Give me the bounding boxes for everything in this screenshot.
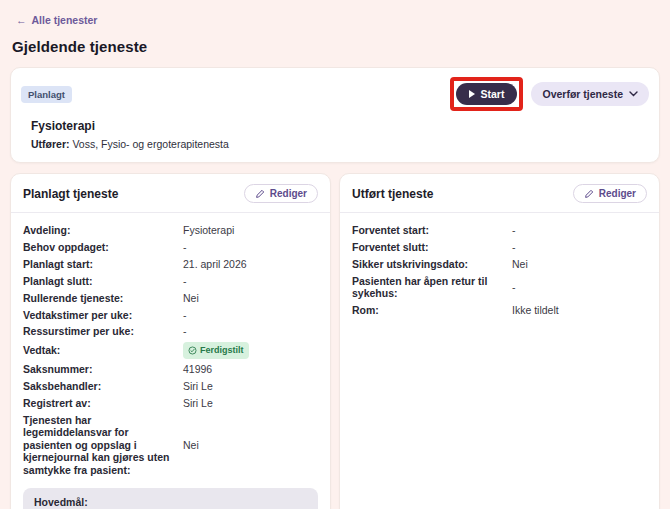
field-label: Forventet start: xyxy=(352,224,502,237)
planned-card-title: Planlagt tjeneste xyxy=(23,187,118,201)
field-value: Nei xyxy=(183,292,318,305)
field-value: Ikke tildelt xyxy=(512,304,647,317)
field-value: 41996 xyxy=(183,363,318,376)
field-value: Fysioterapi xyxy=(183,224,318,237)
goals-box: Hovedmål: Funger i hverdagen Foreslåtte … xyxy=(23,488,318,509)
field-label: Planlagt start: xyxy=(23,258,173,271)
field-value: Nei xyxy=(512,258,647,271)
edit-planned-label: Rediger xyxy=(270,188,307,199)
field-value: Nei xyxy=(183,439,318,452)
vedtak-status-label: Ferdigstilt xyxy=(200,344,244,357)
field-value: - xyxy=(512,224,647,237)
arrow-left-icon: ← xyxy=(16,14,27,26)
chevron-down-icon xyxy=(629,91,638,97)
current-service-card: Planlagt Start Overfør tjeneste Fysioter… xyxy=(10,67,660,163)
field-value: Siri Le xyxy=(183,380,318,393)
field-value: 21. april 2026 xyxy=(183,258,318,271)
field-value: - xyxy=(512,241,647,254)
field-row: Forventet slutt:- xyxy=(352,239,647,256)
field-row: Planlagt start:21. april 2026 xyxy=(23,256,318,273)
edit-performed-button[interactable]: Rediger xyxy=(573,184,647,203)
field-row: Rullerende tjeneste:Nei xyxy=(23,290,318,307)
field-value: - xyxy=(183,325,318,338)
field-row: Pasienten har åpen retur til sykehus:- xyxy=(352,273,647,302)
field-label: Sikker utskrivingsdato: xyxy=(352,258,502,271)
field-label: Forventet slutt: xyxy=(352,241,502,254)
field-row: Vedtakstimer per uke:- xyxy=(23,306,318,323)
field-row: Saksbehandler:Siri Le xyxy=(23,378,318,395)
field-label: Saksnummer: xyxy=(23,363,173,376)
field-value: - xyxy=(512,281,647,294)
field-label: Avdeling: xyxy=(23,224,173,237)
field-label: Registrert av: xyxy=(23,397,173,410)
performer-label: Utfører: xyxy=(31,138,70,150)
field-label: Planlagt slutt: xyxy=(23,275,173,288)
card-divider xyxy=(11,212,330,213)
start-button-label: Start xyxy=(481,88,505,100)
field-label: Rom: xyxy=(352,304,502,317)
field-row: Rom:Ikke tildelt xyxy=(352,302,647,319)
edit-planned-button[interactable]: Rediger xyxy=(244,184,318,203)
field-row: Planlagt slutt:- xyxy=(23,273,318,290)
field-value: Siri Le xyxy=(183,397,318,410)
field-row: Forventet start:- xyxy=(352,222,647,239)
planned-fields: Avdeling:FysioterapiBehov oppdaget:-Plan… xyxy=(23,222,318,479)
play-icon xyxy=(469,90,475,98)
field-row: Saksnummer:41996 xyxy=(23,361,318,378)
field-value: Ferdigstilt xyxy=(183,342,318,359)
goal-label: Hovedmål: xyxy=(34,496,307,508)
field-label: Rullerende tjeneste: xyxy=(23,292,173,305)
planned-service-card: Planlagt tjeneste Rediger Avdeling:Fysio… xyxy=(10,173,331,509)
pencil-icon xyxy=(584,189,594,199)
field-label: Saksbehandler: xyxy=(23,380,173,393)
field-label: Pasienten har åpen retur til sykehus: xyxy=(352,275,502,300)
status-badge: Planlagt xyxy=(21,86,72,103)
performed-service-card: Utført tjeneste Rediger Forventet start:… xyxy=(339,173,660,509)
field-label: Tjenesten har legemiddelansvar for pasie… xyxy=(23,414,173,477)
field-value: - xyxy=(183,241,318,254)
transfer-service-label: Overfør tjeneste xyxy=(542,88,623,100)
page-title: Gjeldende tjeneste xyxy=(12,38,660,55)
edit-performed-label: Rediger xyxy=(599,188,636,199)
field-row: Ressurstimer per uke:- xyxy=(23,323,318,340)
field-value: - xyxy=(183,275,318,288)
back-link-alle-tjenester[interactable]: ← Alle tjenester xyxy=(16,14,97,26)
field-row: Registrert av:Siri Le xyxy=(23,395,318,412)
field-label: Vedtak: xyxy=(23,344,173,357)
pencil-icon xyxy=(255,189,265,199)
annotation-highlight-box: Start xyxy=(450,77,524,111)
field-value: - xyxy=(183,309,318,322)
performer-line: Utfører: Voss, Fysio- og ergoterapitenes… xyxy=(31,138,649,150)
back-link-label: Alle tjenester xyxy=(32,14,98,26)
field-row: Tjenesten har legemiddelansvar for pasie… xyxy=(23,412,318,479)
transfer-service-button[interactable]: Overfør tjeneste xyxy=(531,82,649,106)
field-label: Vedtakstimer per uke: xyxy=(23,309,173,322)
field-row: Behov oppdaget:- xyxy=(23,239,318,256)
field-label: Behov oppdaget: xyxy=(23,241,173,254)
check-circle-icon xyxy=(188,346,197,355)
performed-card-title: Utført tjeneste xyxy=(352,187,433,201)
field-row: Vedtak:Ferdigstilt xyxy=(23,340,318,361)
service-name: Fysioterapi xyxy=(31,119,649,133)
start-button[interactable]: Start xyxy=(456,83,518,105)
field-row: Avdeling:Fysioterapi xyxy=(23,222,318,239)
performer-value: Voss, Fysio- og ergoterapitenesta xyxy=(70,138,229,150)
performed-fields: Forventet start:-Forventet slutt:-Sikker… xyxy=(352,222,647,319)
card-divider xyxy=(340,212,659,213)
field-label: Ressurstimer per uke: xyxy=(23,325,173,338)
vedtak-status-badge: Ferdigstilt xyxy=(183,342,249,359)
field-row: Sikker utskrivingsdato:Nei xyxy=(352,256,647,273)
